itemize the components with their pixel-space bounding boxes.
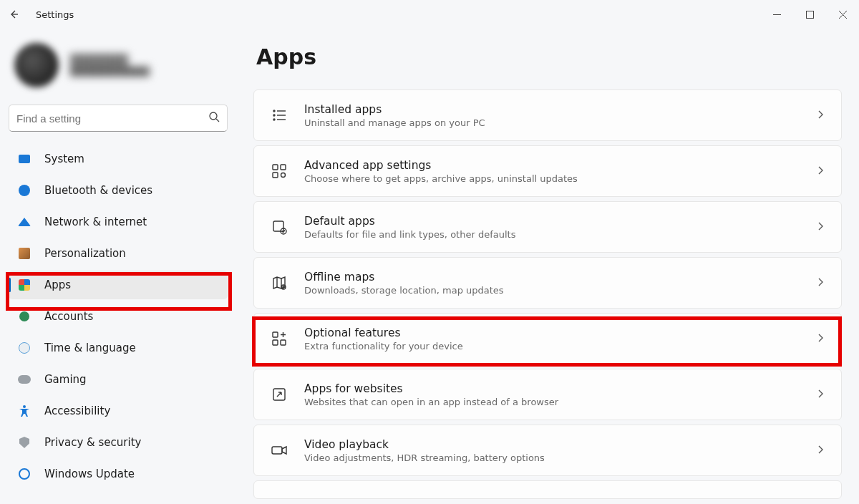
update-icon (17, 467, 31, 481)
sidebar-item-label: Personalization (44, 247, 126, 260)
svg-line-5 (216, 119, 219, 122)
account-email: ████████████ (70, 67, 150, 77)
search-icon (208, 111, 220, 125)
sidebar-item-label: Time & language (44, 341, 136, 354)
svg-rect-17 (273, 221, 283, 231)
card-title: Offline maps (304, 271, 815, 284)
card-subtitle: Uninstall and manage apps on your PC (304, 117, 815, 128)
app-gear-icon (270, 162, 288, 180)
svg-rect-22 (281, 340, 286, 345)
card-installed-apps[interactable]: Installed apps Uninstall and manage apps… (253, 89, 842, 141)
brush-icon (17, 246, 31, 261)
svg-point-7 (273, 110, 275, 112)
page-title: Apps (256, 44, 842, 69)
svg-rect-24 (272, 447, 282, 454)
close-button[interactable] (826, 3, 859, 26)
arrow-left-icon (8, 9, 19, 20)
card-subtitle: Websites that can open in an app instead… (304, 397, 815, 407)
card-offline-maps[interactable]: Offline maps Downloads, storage location… (253, 257, 842, 309)
close-icon (839, 11, 847, 19)
maximize-button[interactable] (793, 3, 826, 26)
sidebar-item-label: System (44, 152, 84, 165)
minimize-button[interactable] (760, 3, 793, 26)
sidebar-item-privacy[interactable]: Privacy & security (9, 428, 228, 457)
titlebar: Settings (0, 0, 859, 29)
card-partial[interactable] (253, 480, 842, 499)
svg-point-6 (23, 405, 26, 408)
svg-rect-21 (273, 340, 278, 345)
card-default-apps[interactable]: Default apps Defaults for file and link … (253, 201, 842, 253)
sidebar-item-bluetooth[interactable]: Bluetooth & devices (9, 176, 228, 205)
sidebar-item-windows-update[interactable]: Windows Update (9, 460, 228, 488)
bluetooth-icon (17, 183, 31, 198)
content: Apps Installed apps Uninstall and manage… (236, 29, 859, 504)
svg-point-4 (210, 112, 217, 120)
sidebar-item-gaming[interactable]: Gaming (9, 365, 228, 394)
card-apps-for-websites[interactable]: Apps for websites Websites that can open… (253, 369, 842, 420)
card-title: Video playback (304, 438, 815, 451)
sidebar-item-accounts[interactable]: Accounts (9, 302, 228, 331)
settings-card-list: Installed apps Uninstall and manage apps… (253, 89, 842, 499)
map-icon (270, 273, 288, 292)
card-video-playback[interactable]: Video playback Video adjustments, HDR st… (253, 425, 842, 476)
svg-point-16 (281, 173, 286, 178)
sidebar-item-label: Accounts (44, 310, 93, 323)
minimize-icon (773, 11, 781, 19)
chevron-right-icon (815, 388, 825, 402)
app-link-icon (270, 385, 288, 404)
maximize-icon (806, 11, 814, 19)
back-button[interactable] (7, 8, 20, 21)
chevron-right-icon (815, 165, 825, 178)
sidebar-item-system[interactable]: System (9, 145, 228, 173)
chevron-right-icon (815, 220, 825, 234)
card-subtitle: Defaults for file and link types, other … (304, 229, 815, 240)
window-title: Settings (36, 9, 74, 20)
wifi-icon (17, 215, 31, 229)
sidebar-item-label: Gaming (44, 373, 87, 386)
card-subtitle: Video adjustments, HDR streaming, batter… (304, 452, 815, 463)
video-icon (270, 441, 288, 460)
sidebar-item-personalization[interactable]: Personalization (9, 239, 228, 268)
account-name: ███████ (70, 54, 150, 67)
sidebar-item-label: Bluetooth & devices (44, 184, 152, 197)
search-input[interactable] (16, 112, 208, 125)
card-title: Optional features (304, 326, 815, 339)
grid-plus-icon (270, 329, 288, 348)
sidebar-item-apps[interactable]: Apps (9, 271, 228, 299)
svg-rect-15 (273, 173, 278, 178)
sidebar-item-label: Privacy & security (44, 436, 141, 449)
app-check-icon (270, 218, 288, 236)
sidebar-item-network[interactable]: Network & internet (9, 208, 228, 236)
sidebar: ███████ ████████████ System Bluetooth & … (0, 29, 236, 504)
search-input-wrap[interactable] (9, 105, 228, 132)
sidebar-item-label: Windows Update (44, 467, 135, 480)
account-header[interactable]: ███████ ████████████ (9, 36, 228, 105)
accessibility-icon (17, 404, 31, 418)
card-title: Default apps (304, 215, 815, 228)
card-title: Installed apps (304, 103, 815, 116)
sidebar-item-label: Apps (44, 278, 71, 291)
shield-icon (17, 435, 31, 450)
gamepad-icon (17, 372, 31, 387)
sidebar-nav: System Bluetooth & devices Network & int… (9, 145, 228, 491)
card-advanced-app-settings[interactable]: Advanced app settings Choose where to ge… (253, 145, 842, 197)
card-optional-features[interactable]: Optional features Extra functionality fo… (253, 313, 842, 364)
chevron-right-icon (815, 332, 825, 346)
chevron-right-icon (815, 109, 825, 122)
person-icon (17, 309, 31, 324)
card-title: Apps for websites (304, 382, 815, 395)
sidebar-item-accessibility[interactable]: Accessibility (9, 397, 228, 425)
svg-point-11 (273, 119, 275, 120)
chevron-right-icon (815, 276, 825, 290)
display-icon (17, 152, 31, 166)
svg-rect-1 (806, 11, 813, 18)
avatar (14, 43, 59, 87)
list-icon (270, 106, 288, 125)
svg-point-9 (273, 115, 275, 116)
sidebar-item-time-language[interactable]: Time & language (9, 334, 228, 362)
card-subtitle: Extra functionality for your device (304, 341, 815, 352)
globe-clock-icon (17, 341, 31, 355)
sidebar-item-label: Accessibility (44, 404, 110, 417)
svg-rect-20 (273, 332, 278, 337)
card-subtitle: Downloads, storage location, map updates (304, 285, 815, 296)
